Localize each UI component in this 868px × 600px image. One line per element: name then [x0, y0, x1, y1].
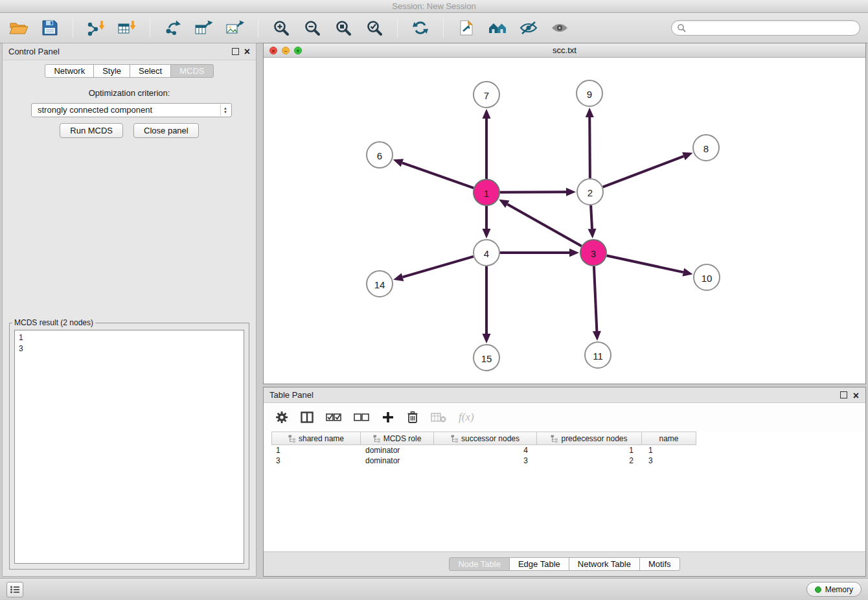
- network-graph[interactable]: 7968124314101511: [264, 58, 865, 384]
- tab-motifs[interactable]: Motifs: [639, 557, 680, 571]
- mcds-result-item[interactable]: 3: [19, 343, 244, 354]
- search-box[interactable]: [671, 20, 860, 36]
- mcds-result-item[interactable]: 1: [19, 332, 244, 343]
- hide-details-eye-slash-icon[interactable]: [518, 17, 540, 39]
- zoom-selected-icon[interactable]: [363, 17, 385, 39]
- show-details-eye-icon[interactable]: [549, 17, 571, 39]
- graph-edge-arrowhead: [393, 273, 404, 281]
- criterion-dropdown[interactable]: strongly connected component ▲▼: [31, 103, 232, 117]
- tab-mcds[interactable]: MCDS: [170, 64, 213, 78]
- cell-predecessor-nodes[interactable]: 2: [538, 456, 644, 466]
- cell-shared-name[interactable]: 1: [271, 445, 361, 456]
- graph-edge-1-2[interactable]: [500, 192, 566, 192]
- show-columns-icon[interactable]: [301, 411, 314, 423]
- graph-node-label: 10: [702, 273, 713, 284]
- refresh-icon[interactable]: [409, 17, 431, 39]
- save-session-icon[interactable]: [39, 17, 61, 39]
- graph-edge-arrowhead: [483, 334, 491, 343]
- tab-network-table[interactable]: Network Table: [569, 557, 640, 571]
- cell-shared-name[interactable]: 3: [271, 456, 361, 466]
- graph-edge-arrowhead: [483, 109, 491, 119]
- window-controls: × − +: [269, 47, 302, 54]
- criterion-dropdown-value: strongly connected component: [38, 105, 152, 115]
- tab-style[interactable]: Style: [93, 64, 130, 78]
- column-header-shared-name[interactable]: shared name: [271, 432, 361, 445]
- export-table-icon[interactable]: [193, 17, 215, 39]
- select-all-icon[interactable]: [326, 412, 341, 422]
- graph-node-label: 9: [587, 89, 592, 100]
- column-header-label: shared name: [299, 434, 344, 443]
- graph-edge-4-14[interactable]: [403, 257, 474, 277]
- export-network-icon[interactable]: [162, 17, 184, 39]
- column-header-label: successor nodes: [461, 434, 520, 443]
- task-history-list-icon[interactable]: [6, 582, 23, 597]
- export-image-icon[interactable]: [224, 17, 246, 39]
- column-type-icon: [551, 435, 558, 443]
- table-row[interactable]: 1 dominator 4 1 1: [271, 445, 865, 456]
- cell-name[interactable]: 3: [644, 456, 699, 466]
- tab-edge-table[interactable]: Edge Table: [509, 557, 569, 571]
- run-mcds-button[interactable]: Run MCDS: [60, 123, 123, 138]
- zoom-out-icon[interactable]: [301, 17, 323, 39]
- close-panel-icon[interactable]: ×: [244, 43, 250, 60]
- import-network-icon[interactable]: [85, 17, 107, 39]
- window-titlebar: Session: New Session: [0, 0, 868, 13]
- network-view-window: × − + scc.txt 7968124314101511: [263, 43, 866, 384]
- home-icon[interactable]: [486, 17, 508, 39]
- column-header-label: MCDS role: [383, 434, 422, 443]
- function-builder-icon[interactable]: f(x): [459, 411, 474, 424]
- open-session-icon[interactable]: [8, 17, 30, 39]
- column-header-mcds-role[interactable]: MCDS role: [360, 432, 434, 445]
- document-network-icon[interactable]: [455, 17, 477, 39]
- float-panel-icon[interactable]: [232, 48, 239, 55]
- column-header-predecessor-nodes[interactable]: predecessor nodes: [536, 432, 642, 445]
- table-row[interactable]: 3 dominator 3 2 3: [271, 456, 865, 466]
- column-type-icon: [451, 435, 459, 443]
- graph-edge-3-1[interactable]: [507, 204, 581, 246]
- deselect-all-icon[interactable]: [354, 412, 369, 422]
- minimize-window-icon[interactable]: −: [282, 47, 290, 54]
- network-canvas[interactable]: 7968124314101511: [264, 58, 865, 384]
- graph-node-label: 11: [593, 351, 603, 362]
- graph-edge-arrowhead: [566, 188, 576, 196]
- cell-successor-nodes[interactable]: 3: [435, 456, 538, 466]
- cell-successor-nodes[interactable]: 4: [435, 445, 538, 456]
- table-panel-title: Table Panel: [269, 390, 314, 400]
- tab-node-table[interactable]: Node Table: [449, 557, 510, 571]
- graph-edge-3-10[interactable]: [607, 255, 683, 272]
- column-header-label: predecessor nodes: [561, 434, 627, 443]
- cell-mcds-role[interactable]: dominator: [361, 445, 435, 456]
- maximize-window-icon[interactable]: +: [294, 47, 302, 54]
- column-header-name[interactable]: name: [641, 432, 696, 445]
- add-column-plus-icon[interactable]: [382, 411, 394, 424]
- graph-edge-2-8[interactable]: [603, 156, 684, 187]
- close-table-panel-icon[interactable]: ×: [853, 387, 859, 404]
- graph-edge-arrowhead: [393, 159, 404, 167]
- delete-trash-icon[interactable]: [407, 411, 418, 424]
- cell-predecessor-nodes[interactable]: 1: [538, 445, 644, 456]
- tab-select[interactable]: Select: [130, 64, 171, 78]
- zoom-fit-icon[interactable]: [332, 17, 354, 39]
- memory-status-dot: [815, 586, 821, 593]
- column-type-icon: [373, 435, 381, 443]
- graph-edge-2-9[interactable]: [589, 117, 590, 178]
- column-header-successor-nodes[interactable]: successor nodes: [433, 432, 537, 445]
- main-toolbar: [0, 13, 868, 43]
- search-input[interactable]: [690, 23, 854, 32]
- zoom-in-icon[interactable]: [270, 17, 292, 39]
- cell-name[interactable]: 1: [644, 445, 699, 456]
- table-settings-gear-icon[interactable]: [275, 411, 288, 424]
- close-window-icon[interactable]: ×: [269, 47, 277, 54]
- import-table-icon[interactable]: [116, 17, 138, 39]
- graph-edge-2-3[interactable]: [591, 205, 592, 229]
- memory-button[interactable]: Memory: [806, 582, 862, 597]
- graph-node-label: 4: [484, 248, 489, 259]
- close-panel-button[interactable]: Close panel: [133, 123, 199, 138]
- tab-network[interactable]: Network: [45, 64, 94, 78]
- delete-table-icon[interactable]: [431, 411, 446, 423]
- graph-edge-1-6[interactable]: [402, 163, 474, 188]
- cell-mcds-role[interactable]: dominator: [361, 456, 435, 466]
- mcds-result-list[interactable]: 1 3: [14, 330, 244, 564]
- float-table-panel-icon[interactable]: [840, 391, 847, 398]
- graph-edge-3-11[interactable]: [594, 266, 597, 331]
